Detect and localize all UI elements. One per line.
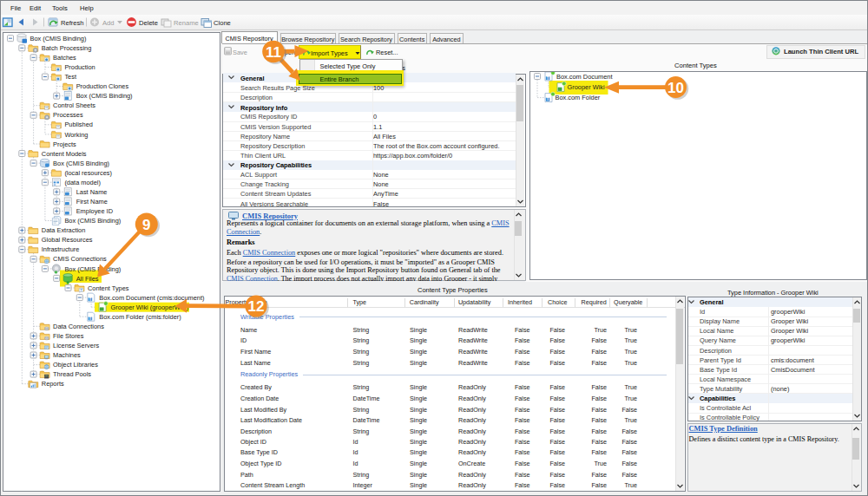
svg-text:T: T bbox=[89, 297, 91, 302]
svg-text:Last Name: Last Name bbox=[76, 188, 108, 196]
svg-text:Grooper Wiki (grooperWiki): Grooper Wiki (grooperWiki) bbox=[111, 303, 189, 311]
svg-text:Reports: Reports bbox=[42, 380, 64, 388]
svg-text:Thread Pools: Thread Pools bbox=[53, 370, 91, 378]
svg-text:Content Models: Content Models bbox=[42, 150, 87, 158]
svg-text:Machines: Machines bbox=[53, 351, 81, 359]
svg-text:Data Connections: Data Connections bbox=[53, 323, 104, 330]
svg-text:First Name: First Name bbox=[76, 198, 108, 206]
svg-text:Production: Production bbox=[64, 63, 95, 71]
svg-text:T: T bbox=[547, 97, 549, 101]
svg-text:Box.com Document: Box.com Document bbox=[556, 73, 613, 81]
svg-text:Employee ID: Employee ID bbox=[76, 207, 113, 215]
svg-text:Projects: Projects bbox=[53, 140, 76, 148]
svg-text:Control Sheets: Control Sheets bbox=[53, 101, 95, 109]
svg-text:Box.com Folder: Box.com Folder bbox=[556, 94, 601, 101]
svg-text:All Files: All Files bbox=[76, 275, 99, 283]
svg-text:Box.com Folder (cmis:folder): Box.com Folder (cmis:folder) bbox=[99, 313, 181, 321]
svg-text:Processes: Processes bbox=[53, 111, 83, 119]
svg-text:Box (CMIS Binding): Box (CMIS Binding) bbox=[64, 217, 121, 225]
svg-text:(local resources): (local resources) bbox=[64, 169, 112, 177]
svg-text:Content Types: Content Types bbox=[88, 284, 129, 292]
svg-text:CMIS Connections: CMIS Connections bbox=[53, 255, 107, 263]
svg-text:Batches: Batches bbox=[53, 54, 76, 62]
svg-text:License Servers: License Servers bbox=[53, 342, 99, 349]
svg-text:T: T bbox=[89, 317, 91, 321]
svg-text:Working: Working bbox=[64, 131, 88, 139]
svg-text:Box.com Document (cmis:documen: Box.com Document (cmis:document) bbox=[99, 294, 204, 302]
svg-text:Box (CMIS Binding): Box (CMIS Binding) bbox=[53, 160, 109, 167]
svg-text:Published: Published bbox=[64, 121, 92, 128]
svg-text:File Stores: File Stores bbox=[53, 332, 84, 340]
svg-text:Object Libraries: Object Libraries bbox=[53, 361, 98, 369]
svg-text:Global Resources: Global Resources bbox=[42, 236, 93, 244]
svg-text:(data model): (data model) bbox=[64, 179, 101, 186]
svg-text:Production Clones: Production Clones bbox=[76, 82, 129, 90]
svg-text:Test: Test bbox=[64, 73, 76, 81]
svg-text:Box (CMIS Binding): Box (CMIS Binding) bbox=[64, 265, 121, 273]
svg-text:Infrastructure: Infrastructure bbox=[42, 245, 80, 253]
svg-text:Box (CMIS Binding): Box (CMIS Binding) bbox=[30, 35, 87, 42]
svg-text:Data Extraction: Data Extraction bbox=[42, 226, 86, 234]
svg-text:Batch Processing: Batch Processing bbox=[42, 44, 92, 52]
svg-text:Box (CMIS Binding): Box (CMIS Binding) bbox=[76, 92, 133, 100]
svg-text:Grooper Wiki: Grooper Wiki bbox=[568, 83, 605, 91]
svg-text:T: T bbox=[547, 76, 549, 81]
